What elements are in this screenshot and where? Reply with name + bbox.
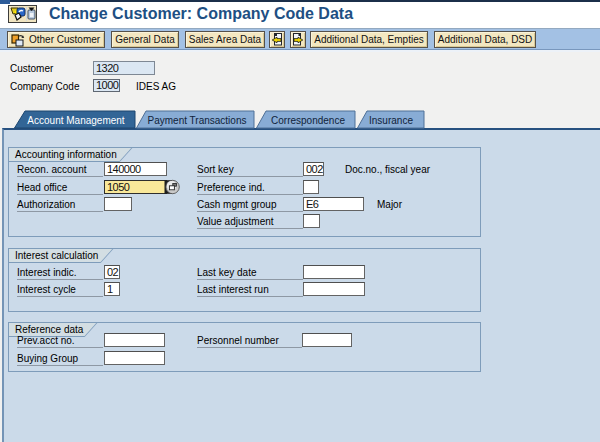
- svg-text:Correspondence: Correspondence: [271, 115, 345, 126]
- svg-text:Payment Transactions: Payment Transactions: [148, 115, 247, 126]
- svg-text:Account Management: Account Management: [27, 115, 125, 126]
- svg-text:Insurance: Insurance: [369, 115, 413, 126]
